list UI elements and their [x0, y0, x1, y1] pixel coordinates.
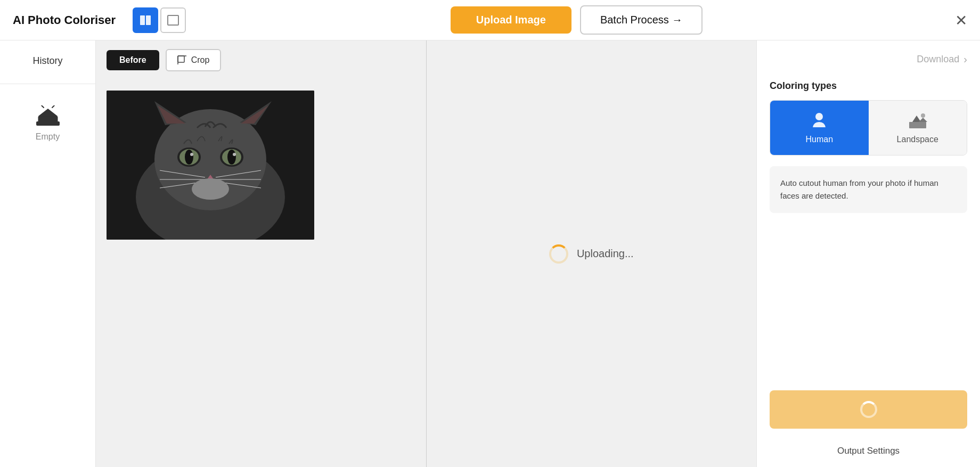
batch-process-button[interactable]: Batch Process →: [580, 5, 703, 35]
upload-spinner: [549, 244, 568, 264]
svg-point-38: [921, 113, 925, 118]
single-view-button[interactable]: [160, 7, 186, 33]
after-panel: Uploading...: [427, 40, 757, 467]
human-icon: [810, 111, 829, 130]
svg-marker-37: [919, 118, 927, 122]
right-panel: Download › Coloring types Human: [756, 40, 980, 467]
download-link[interactable]: Download ›: [917, 53, 967, 65]
human-type-button[interactable]: Human: [770, 101, 869, 155]
process-spinner: [860, 401, 877, 418]
landscape-icon: [908, 111, 927, 130]
cat-svg: [107, 91, 314, 240]
svg-line-5: [42, 105, 44, 108]
single-view-icon: [167, 14, 179, 27]
uploading-indicator: Uploading...: [549, 244, 634, 264]
sidebar: History Empty: [0, 40, 96, 467]
crop-label: Crop: [191, 55, 210, 65]
type-description: Auto cutout human from your photo if hum…: [770, 166, 967, 213]
svg-rect-2: [168, 15, 178, 25]
svg-point-33: [192, 178, 229, 200]
before-panel: Before Crop: [96, 40, 427, 467]
svg-point-25: [233, 153, 236, 156]
cat-image: [107, 91, 314, 240]
svg-rect-1: [146, 15, 151, 25]
output-settings-link[interactable]: Output Settings: [770, 439, 967, 467]
split-view-icon: [139, 14, 152, 27]
download-chevron-icon: ›: [963, 53, 967, 65]
app-title: AI Photo Coloriser: [13, 13, 116, 27]
sidebar-empty-label: Empty: [36, 132, 60, 142]
header: AI Photo Coloriser Upload Image Batch Pr…: [0, 0, 980, 40]
svg-point-23: [227, 150, 236, 165]
svg-point-24: [190, 153, 193, 156]
view-toggle: [133, 7, 186, 33]
human-label: Human: [805, 135, 833, 144]
before-toolbar: Before Crop: [96, 40, 426, 80]
before-button[interactable]: Before: [107, 50, 159, 70]
svg-point-22: [185, 150, 193, 165]
svg-rect-35: [909, 122, 926, 128]
coloring-types-label: Coloring types: [770, 80, 967, 92]
svg-rect-7: [36, 121, 60, 126]
before-image-area: [96, 80, 426, 467]
sidebar-divider: [0, 84, 95, 84]
spacer: [770, 226, 967, 390]
close-button[interactable]: ✕: [955, 11, 967, 29]
download-row: Download ›: [770, 53, 967, 65]
landscape-type-button[interactable]: Landspace: [869, 101, 967, 155]
svg-rect-0: [140, 15, 145, 25]
download-label: Download: [917, 54, 959, 65]
main-layout: History Empty Before: [0, 40, 980, 467]
svg-rect-8: [178, 56, 184, 62]
crop-icon: [177, 55, 187, 65]
coloring-types-grid: Human Landspace: [770, 100, 967, 155]
split-view-button[interactable]: [133, 7, 158, 33]
uploading-label: Uploading...: [577, 248, 634, 260]
svg-line-6: [52, 105, 54, 108]
content-area: Before Crop: [96, 40, 756, 467]
sidebar-history-label: History: [0, 51, 95, 71]
crop-button[interactable]: Crop: [166, 49, 222, 71]
sidebar-empty-item: Empty: [34, 105, 62, 142]
landscape-label: Landspace: [897, 135, 938, 144]
svg-marker-4: [38, 109, 58, 116]
inbox-icon: [34, 105, 62, 127]
svg-marker-36: [912, 116, 921, 122]
upload-image-button[interactable]: Upload Image: [451, 6, 571, 34]
svg-point-34: [815, 113, 823, 120]
process-button[interactable]: [770, 390, 967, 429]
